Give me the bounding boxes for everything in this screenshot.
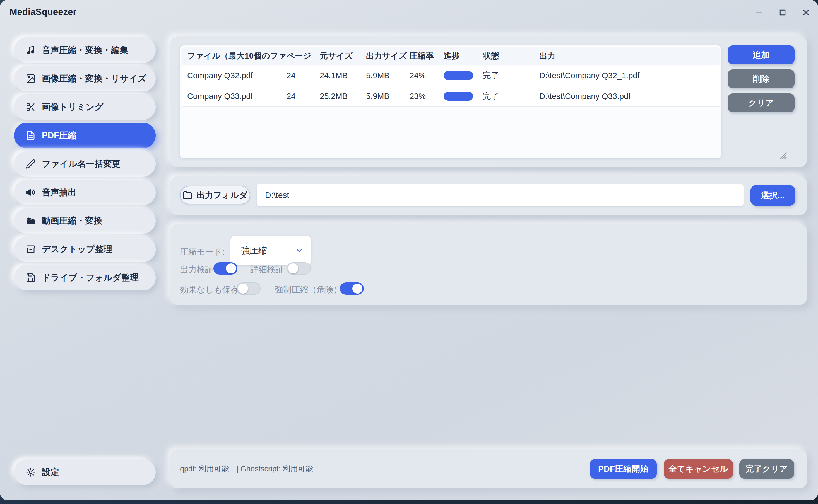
cell-output-size: 5.9MB bbox=[366, 71, 410, 80]
column-header-output-size[interactable]: 出力サイズ bbox=[366, 50, 410, 62]
progress-bar bbox=[444, 92, 473, 101]
options-panel: 圧縮モード: 強圧縮 出力検証 詳細検証: 効果なしも保存: 強制圧縮（危険）: bbox=[170, 224, 807, 305]
output-folder-label: 出力フォルダ bbox=[197, 190, 248, 201]
minimize-icon[interactable] bbox=[754, 8, 764, 17]
column-header-ratio[interactable]: 圧縮率 bbox=[410, 50, 444, 62]
pdf-document-icon bbox=[26, 130, 36, 140]
sidebar-item-label: PDF圧縮 bbox=[42, 130, 76, 141]
files-panel: ファイル（最大10個のファイル） ページ 元サイズ 出力サイズ 圧縮率 進捗 状… bbox=[170, 36, 807, 167]
save-no-effect-toggle[interactable] bbox=[237, 282, 261, 295]
cell-pages: 24 bbox=[287, 92, 320, 101]
scissors-icon bbox=[26, 102, 36, 112]
clear-done-button[interactable]: 完了クリア bbox=[739, 459, 794, 479]
chevron-down-icon bbox=[295, 246, 304, 255]
sidebar-item-audio-extract[interactable]: 音声抽出 bbox=[14, 180, 156, 205]
cell-ratio: 23% bbox=[410, 92, 444, 101]
output-verify-toggle[interactable] bbox=[214, 262, 238, 275]
sidebar-item-label: 音声抽出 bbox=[42, 186, 76, 198]
add-button[interactable]: 追加 bbox=[728, 45, 795, 64]
status-bar: qpdf: 利用可能 | Ghostscript: 利用可能 PDF圧縮開始 全… bbox=[170, 449, 807, 488]
tool-availability-status: qpdf: 利用可能 | Ghostscript: 利用可能 bbox=[180, 449, 313, 488]
cell-status: 完了 bbox=[483, 91, 539, 102]
detail-verify-label: 詳細検証: bbox=[250, 264, 286, 275]
output-verify-label: 出力検証 bbox=[180, 264, 214, 275]
cell-progress bbox=[444, 71, 483, 80]
maximize-icon[interactable] bbox=[778, 8, 787, 17]
detail-verify-toggle[interactable] bbox=[287, 262, 311, 275]
cell-original-size: 25.2MB bbox=[320, 92, 366, 101]
floppy-icon bbox=[26, 273, 36, 283]
sidebar-item-image-compress[interactable]: 画像圧縮・変換・リサイズ bbox=[14, 66, 156, 91]
cell-ratio: 24% bbox=[410, 71, 444, 80]
sidebar-item-batch-rename[interactable]: ファイル名一括変更 bbox=[14, 151, 156, 177]
start-pdf-compress-button[interactable]: PDF圧縮開始 bbox=[590, 459, 657, 479]
cell-status: 完了 bbox=[483, 70, 539, 81]
output-path-input[interactable] bbox=[257, 184, 744, 206]
sidebar-item-label: 動画圧縮・変換 bbox=[42, 215, 102, 227]
cancel-all-button[interactable]: 全てキャンセル bbox=[664, 459, 733, 479]
titlebar: MediaSqueezer bbox=[0, 0, 818, 25]
table-row[interactable]: Company Q33.pdf 24 25.2MB 5.9MB 23% 完了 D… bbox=[181, 86, 720, 107]
sidebar-item-desktop-organize[interactable]: デスクトップ整理 bbox=[14, 236, 156, 262]
image-icon bbox=[26, 74, 36, 84]
sidebar-item-image-trim[interactable]: 画像トリミング bbox=[14, 94, 156, 120]
force-compress-label: 強制圧縮（危険）: bbox=[275, 284, 344, 295]
clapperboard-icon bbox=[26, 216, 36, 226]
window-controls bbox=[754, 0, 811, 25]
table-header-row: ファイル（最大10個のファイル） ページ 元サイズ 出力サイズ 圧縮率 進捗 状… bbox=[181, 47, 720, 65]
close-icon[interactable] bbox=[801, 8, 811, 17]
sidebar-item-label: 画像圧縮・変換・リサイズ bbox=[42, 73, 146, 84]
column-header-pages[interactable]: ページ bbox=[287, 50, 320, 62]
progress-bar bbox=[444, 71, 473, 80]
save-no-effect-label: 効果なしも保存: bbox=[180, 284, 241, 295]
cell-pages: 24 bbox=[287, 71, 320, 80]
column-header-progress[interactable]: 進捗 bbox=[444, 50, 483, 62]
cell-output-size: 5.9MB bbox=[366, 92, 410, 101]
compression-mode-label: 圧縮モード: bbox=[180, 246, 225, 258]
output-folder-panel: 出力フォルダ 選択... bbox=[170, 176, 807, 215]
sidebar-item-drive-organize[interactable]: ドライブ・フォルダ整理 bbox=[14, 265, 156, 290]
column-header-status[interactable]: 状態 bbox=[483, 50, 539, 62]
gear-icon bbox=[26, 467, 36, 477]
choose-folder-button[interactable]: 選択... bbox=[750, 185, 795, 206]
music-note-icon bbox=[26, 45, 36, 55]
compression-mode-value: 強圧縮 bbox=[241, 245, 267, 256]
cell-original-size: 24.1MB bbox=[320, 71, 366, 80]
cell-output-path: D:\test\Company Q33.pdf bbox=[539, 92, 720, 101]
sidebar-item-video-compress[interactable]: 動画圧縮・変換 bbox=[14, 208, 156, 234]
app-title: MediaSqueezer bbox=[9, 7, 76, 17]
column-header-output[interactable]: 出力 bbox=[539, 50, 720, 62]
cell-file: Company Q32.pdf bbox=[187, 71, 287, 80]
sidebar-item-label: 音声圧縮・変換・編集 bbox=[42, 44, 128, 56]
clear-button[interactable]: クリア bbox=[728, 93, 795, 112]
sidebar-item-label: 画像トリミング bbox=[42, 101, 103, 113]
compression-mode-select[interactable]: 強圧縮 bbox=[231, 236, 311, 265]
sidebar-item-label: 設定 bbox=[42, 466, 59, 478]
sidebar-item-label: ファイル名一括変更 bbox=[42, 158, 120, 170]
sidebar-item-label: デスクトップ整理 bbox=[42, 243, 112, 255]
remove-button[interactable]: 削除 bbox=[728, 69, 795, 88]
output-folder-button[interactable]: 出力フォルダ bbox=[180, 186, 250, 204]
cell-file: Company Q33.pdf bbox=[187, 92, 287, 101]
table-row[interactable]: Company Q32.pdf 24 24.1MB 5.9MB 24% 完了 D… bbox=[181, 66, 720, 86]
force-compress-toggle[interactable] bbox=[340, 282, 364, 295]
speaker-icon bbox=[26, 187, 36, 197]
pen-icon bbox=[26, 159, 36, 169]
cell-output-path: D:\test\Company Q32_1.pdf bbox=[539, 71, 720, 80]
column-header-original-size[interactable]: 元サイズ bbox=[320, 50, 366, 62]
sidebar-item-settings[interactable]: 設定 bbox=[14, 459, 156, 485]
cell-progress bbox=[444, 92, 483, 101]
file-table: ファイル（最大10個のファイル） ページ 元サイズ 出力サイズ 圧縮率 進捗 状… bbox=[180, 45, 721, 158]
sidebar-item-audio-compress[interactable]: 音声圧縮・変換・編集 bbox=[14, 37, 156, 63]
sidebar-item-label: ドライブ・フォルダ整理 bbox=[42, 272, 139, 283]
resize-grip-icon[interactable] bbox=[777, 149, 788, 161]
folder-icon bbox=[183, 190, 192, 200]
archive-icon bbox=[26, 244, 36, 254]
column-header-file[interactable]: ファイル（最大10個のファイル） bbox=[187, 50, 287, 62]
app-window: MediaSqueezer 音声圧縮・変換・編集 画像圧縮・変換・リサイズ 画像… bbox=[0, 0, 818, 500]
sidebar-item-pdf-compress[interactable]: PDF圧縮 bbox=[14, 123, 156, 148]
